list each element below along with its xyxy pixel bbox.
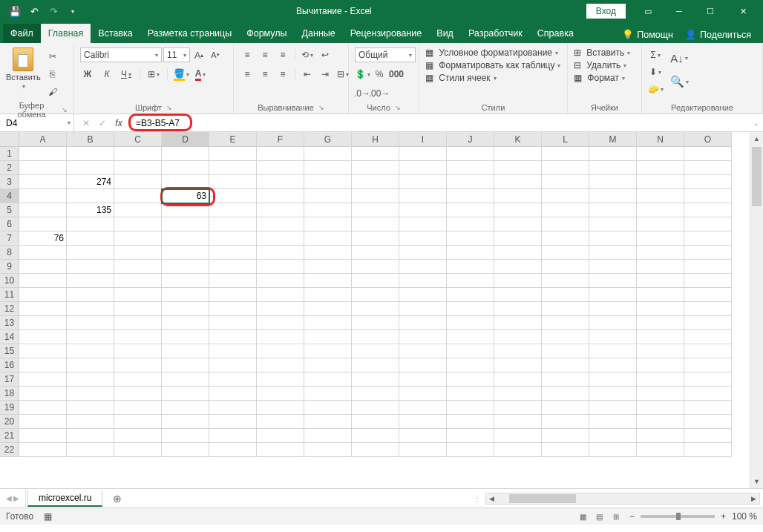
cell[interactable] bbox=[67, 274, 114, 288]
cell[interactable] bbox=[304, 260, 352, 274]
cell[interactable] bbox=[162, 443, 209, 457]
cell[interactable] bbox=[19, 344, 67, 358]
cell[interactable] bbox=[637, 161, 684, 175]
cell[interactable] bbox=[67, 260, 114, 274]
cell[interactable] bbox=[19, 147, 67, 161]
cell[interactable] bbox=[162, 246, 209, 260]
cell[interactable]: 76 bbox=[19, 231, 67, 246]
cell[interactable] bbox=[589, 161, 637, 175]
cell[interactable] bbox=[447, 203, 494, 217]
column-header[interactable]: E bbox=[209, 132, 257, 147]
cell[interactable] bbox=[447, 387, 494, 401]
cell[interactable] bbox=[589, 330, 637, 344]
tab-help[interactable]: Справка bbox=[530, 24, 581, 43]
cell[interactable] bbox=[684, 387, 732, 401]
cell[interactable] bbox=[542, 175, 589, 189]
cell[interactable] bbox=[19, 189, 67, 203]
cell[interactable] bbox=[257, 274, 304, 288]
cell[interactable] bbox=[19, 175, 67, 189]
cell[interactable] bbox=[399, 274, 447, 288]
cell[interactable] bbox=[304, 147, 352, 161]
cell[interactable] bbox=[114, 387, 162, 401]
cell[interactable] bbox=[19, 260, 67, 274]
row-header[interactable]: 21 bbox=[0, 429, 19, 443]
cell[interactable] bbox=[494, 387, 542, 401]
cell[interactable] bbox=[494, 246, 542, 260]
cell[interactable] bbox=[542, 147, 589, 161]
tab-view[interactable]: Вид bbox=[429, 24, 461, 43]
row-header[interactable]: 13 bbox=[0, 316, 19, 330]
cell[interactable] bbox=[67, 231, 114, 246]
cell[interactable] bbox=[542, 288, 589, 302]
qat-customize-icon[interactable]: ▾ bbox=[64, 2, 82, 20]
cell[interactable] bbox=[114, 372, 162, 387]
cell[interactable] bbox=[162, 260, 209, 274]
tab-review[interactable]: Рецензирование bbox=[343, 24, 430, 43]
tell-me-button[interactable]: 💡Помощн bbox=[618, 26, 678, 43]
delete-cells-button[interactable]: ⊟ Удалить▾ bbox=[574, 60, 626, 70]
cell[interactable] bbox=[67, 246, 114, 260]
cell[interactable] bbox=[447, 175, 494, 189]
cell[interactable] bbox=[447, 274, 494, 288]
cell[interactable] bbox=[589, 443, 637, 457]
cell[interactable] bbox=[447, 189, 494, 203]
cell[interactable] bbox=[257, 372, 304, 387]
maximize-button[interactable]: ☐ bbox=[695, 0, 725, 22]
cell[interactable] bbox=[209, 330, 257, 344]
horizontal-scrollbar[interactable]: ◀ ▶ bbox=[485, 493, 760, 505]
cell[interactable] bbox=[19, 429, 67, 443]
cell[interactable] bbox=[637, 288, 684, 302]
close-button[interactable]: ✕ bbox=[727, 0, 760, 22]
cell[interactable] bbox=[257, 246, 304, 260]
cell[interactable] bbox=[304, 344, 352, 358]
decrease-indent-icon[interactable]: ⇤ bbox=[300, 67, 315, 82]
cell[interactable] bbox=[684, 415, 732, 429]
cell[interactable] bbox=[589, 147, 637, 161]
cell[interactable] bbox=[399, 161, 447, 175]
column-header[interactable]: G bbox=[304, 132, 352, 147]
cell[interactable] bbox=[494, 175, 542, 189]
cell[interactable] bbox=[162, 203, 209, 217]
cell[interactable] bbox=[257, 288, 304, 302]
cell[interactable] bbox=[209, 443, 257, 457]
cell[interactable] bbox=[304, 358, 352, 372]
cell[interactable] bbox=[542, 429, 589, 443]
cell[interactable] bbox=[494, 231, 542, 246]
cell[interactable] bbox=[257, 401, 304, 415]
tab-formulas[interactable]: Формулы bbox=[239, 24, 294, 43]
cell[interactable] bbox=[67, 316, 114, 330]
cell[interactable] bbox=[209, 387, 257, 401]
cell[interactable] bbox=[637, 203, 684, 217]
row-header[interactable]: 17 bbox=[0, 372, 19, 387]
view-normal-icon[interactable]: ▦ bbox=[576, 510, 591, 523]
cell[interactable] bbox=[352, 288, 399, 302]
cell[interactable] bbox=[399, 387, 447, 401]
tab-page-layout[interactable]: Разметка страницы bbox=[140, 24, 239, 43]
tab-insert[interactable]: Вставка bbox=[91, 24, 140, 43]
cell[interactable] bbox=[637, 429, 684, 443]
cell[interactable] bbox=[114, 217, 162, 231]
cell[interactable] bbox=[684, 358, 732, 372]
select-all-corner[interactable] bbox=[0, 132, 19, 147]
paste-button[interactable]: Вставить ▾ bbox=[6, 47, 41, 90]
sort-filter-icon[interactable]: A↓▾ bbox=[669, 47, 690, 68]
column-header[interactable]: J bbox=[447, 132, 494, 147]
cell[interactable] bbox=[257, 161, 304, 175]
align-middle-icon[interactable]: ≡ bbox=[258, 47, 272, 62]
cell[interactable] bbox=[399, 147, 447, 161]
cell[interactable] bbox=[19, 203, 67, 217]
cell[interactable] bbox=[67, 443, 114, 457]
format-cells-button[interactable]: ▦ Формат▾ bbox=[574, 73, 625, 83]
cell[interactable] bbox=[209, 372, 257, 387]
row-header[interactable]: 8 bbox=[0, 246, 19, 260]
cell[interactable] bbox=[162, 387, 209, 401]
insert-cells-button[interactable]: ⊞ Вставить▾ bbox=[574, 47, 630, 58]
find-select-icon[interactable]: 🔍▾ bbox=[669, 71, 690, 92]
cell[interactable] bbox=[257, 147, 304, 161]
hscroll-thumb[interactable] bbox=[509, 494, 576, 503]
cell[interactable] bbox=[209, 147, 257, 161]
cell[interactable] bbox=[257, 260, 304, 274]
cell[interactable] bbox=[209, 302, 257, 316]
cell[interactable] bbox=[352, 274, 399, 288]
cell[interactable] bbox=[542, 330, 589, 344]
